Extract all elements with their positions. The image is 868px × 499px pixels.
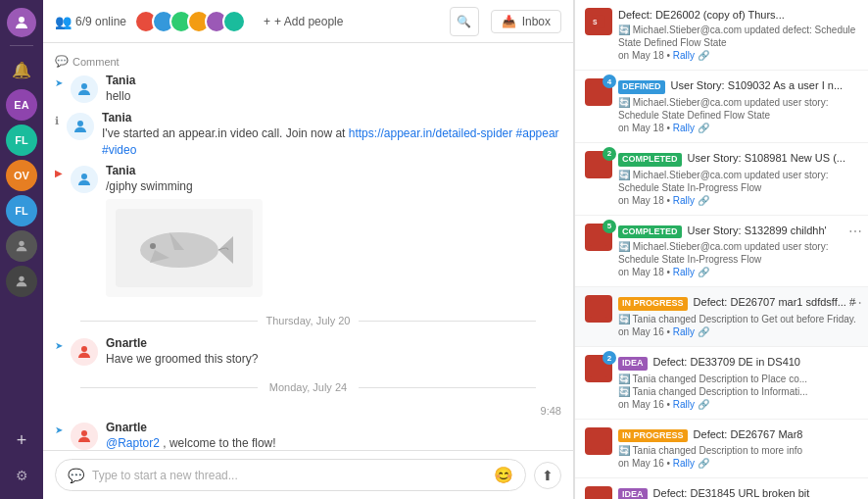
badge-completed-4: COMPLETED bbox=[618, 225, 682, 239]
search-button[interactable]: 🔍 bbox=[450, 7, 479, 36]
sidebar-item-user2[interactable] bbox=[6, 266, 37, 297]
comment-icon: 💬 bbox=[55, 55, 69, 68]
chat-panel: 👥 6/9 online + + Add people 🔍 📥 Inbox 💬 bbox=[43, 0, 574, 499]
settings-icon[interactable]: ⚙ bbox=[6, 460, 37, 491]
svg-rect-21 bbox=[590, 432, 607, 450]
chat-input-placeholder[interactable]: Type to start a new thread... bbox=[92, 469, 486, 482]
message-text-3: /giphy swimming bbox=[106, 178, 561, 195]
activity-item-1[interactable]: S Defect: DE26002 (copy of) Thurs... 🔄 M… bbox=[575, 0, 868, 71]
inbox-button[interactable]: 📥 Inbox bbox=[491, 10, 561, 33]
rally-link-2[interactable]: Rally 🔗 bbox=[673, 123, 709, 133]
giphy-icon: ▶ bbox=[55, 164, 63, 178]
sync-icon-4: 🔄 bbox=[618, 241, 630, 252]
rally-link-7[interactable]: Rally 🔗 bbox=[673, 458, 709, 469]
info-icon: ℹ bbox=[55, 111, 59, 127]
activity-item-2[interactable]: 4 DEFINED User Story: S109032 As a user … bbox=[575, 71, 868, 143]
activity-item-5[interactable]: IN PROGRESS Defect: DE26707 mar1 sdfdsff… bbox=[575, 287, 868, 347]
rally-link-6[interactable]: Rally 🔗 bbox=[673, 399, 709, 410]
message-author-4: Gnartle bbox=[106, 336, 561, 350]
message-author-2: Tania bbox=[102, 111, 561, 125]
sync-icon-2: 🔄 bbox=[618, 97, 630, 108]
activity-meta-7: 🔄 Tania changed Description to more info… bbox=[618, 444, 858, 470]
counter-badge-4: 5 bbox=[603, 220, 616, 233]
svg-rect-22 bbox=[590, 491, 607, 499]
message-text-4: Have we groomed this story? bbox=[106, 351, 561, 368]
date-2: on May 18 • bbox=[618, 123, 673, 133]
svg-point-0 bbox=[19, 17, 24, 23]
activity-content-3: COMPLETED User Story: S108981 New US (..… bbox=[618, 151, 858, 207]
sidebar-item-fl3[interactable]: FL bbox=[6, 195, 37, 226]
svg-point-12 bbox=[81, 346, 87, 352]
rally-link-1[interactable]: Rally 🔗 bbox=[673, 50, 709, 61]
svg-point-1 bbox=[19, 241, 24, 246]
svg-point-13 bbox=[81, 430, 87, 436]
hashtag-video: #video bbox=[102, 143, 136, 157]
activity-meta-3: 🔄 Michael.Stieber@ca.com updated user st… bbox=[618, 169, 858, 207]
activity-meta-4: 🔄 Michael.Stieber@ca.com updated user st… bbox=[618, 240, 858, 278]
tania-avatar bbox=[71, 75, 98, 103]
badge-idea-6: IDEA bbox=[618, 357, 648, 371]
activity-item-7[interactable]: IN PROGRESS Defect: DE26767 Mar8 🔄 Tania… bbox=[575, 420, 868, 479]
sync-icon-7: 🔄 bbox=[618, 445, 630, 456]
add-channel-icon[interactable]: + bbox=[6, 424, 37, 456]
activity-title-5: IN PROGRESS Defect: DE26707 mar1 sdfdsff… bbox=[618, 295, 858, 311]
sidebar-item-ea[interactable]: EA bbox=[6, 89, 37, 121]
badge-inprogress-5: IN PROGRESS bbox=[618, 297, 688, 311]
notifications-icon[interactable]: 🔔 bbox=[6, 54, 37, 85]
activity-icon-8 bbox=[585, 486, 612, 499]
more-options-button-5[interactable]: ⋯ bbox=[848, 295, 862, 311]
online-indicator: 👥 6/9 online bbox=[55, 14, 126, 29]
activity-item-8[interactable]: IDEA Defect: DE31845 URL broken bit 🔄 Ta… bbox=[575, 478, 868, 499]
activity-sidebar: S Defect: DE26002 (copy of) Thurs... 🔄 M… bbox=[574, 0, 868, 499]
sync-icon-6: 🔄 bbox=[618, 374, 630, 384]
date-divider-july24: Monday, July 24 bbox=[55, 374, 561, 401]
paperclip-icon: ⬆ bbox=[542, 468, 554, 483]
attach-button[interactable]: ⬆ bbox=[534, 462, 561, 489]
activity-icon-5 bbox=[585, 295, 612, 323]
rally-link-5[interactable]: Rally 🔗 bbox=[673, 326, 709, 337]
activity-item-4[interactable]: 5 COMPLETED User Story: S132899 childhh'… bbox=[575, 216, 868, 288]
badge-completed-3: COMPLETED bbox=[618, 153, 682, 167]
chat-input-container[interactable]: 💬 Type to start a new thread... 😊 bbox=[55, 459, 526, 491]
message-content-2: Tania I've started an appear.in video ca… bbox=[102, 111, 561, 159]
message-text-2: I've started an appear.in video call. Jo… bbox=[102, 125, 561, 159]
activity-title-6: IDEA Defect: DE33709 DE in DS410 bbox=[618, 355, 858, 371]
svg-text:S: S bbox=[593, 19, 598, 25]
more-options-button-4[interactable]: ⋯ bbox=[848, 224, 862, 239]
activity-content-7: IN PROGRESS Defect: DE26767 Mar8 🔄 Tania… bbox=[618, 427, 858, 471]
date-1: on May 18 • bbox=[618, 50, 673, 61]
activity-icon-7 bbox=[585, 427, 612, 455]
sidebar-item-ov[interactable]: OV bbox=[6, 160, 37, 191]
appear-link[interactable]: https://appear.in/detailed-spider bbox=[349, 126, 512, 140]
message-gnartle-groomed: ➤ Gnartle Have we groomed this story? bbox=[55, 336, 561, 368]
activity-item-3[interactable]: 2 COMPLETED User Story: S108981 New US (… bbox=[575, 143, 868, 216]
sidebar-divider bbox=[10, 45, 33, 46]
rally-link-3[interactable]: Rally 🔗 bbox=[673, 195, 709, 206]
date-5: on May 16 • bbox=[618, 326, 673, 337]
inbox-label: Inbox bbox=[522, 15, 551, 28]
rally-link-4[interactable]: Rally 🔗 bbox=[673, 267, 709, 277]
gnartle-avatar bbox=[71, 338, 98, 366]
sidebar-item-fl[interactable]: FL bbox=[6, 125, 37, 156]
activity-content-8: IDEA Defect: DE31845 URL broken bit 🔄 Ta… bbox=[618, 486, 858, 499]
arrow-icon-3: ➤ bbox=[55, 421, 63, 435]
workspace-avatar[interactable] bbox=[7, 8, 36, 37]
svg-point-4 bbox=[77, 121, 83, 126]
activity-icon-1: S bbox=[585, 8, 612, 35]
svg-point-3 bbox=[81, 83, 87, 89]
activity-meta-5: 🔄 Tania changed Description to Get out b… bbox=[618, 313, 858, 338]
hashtag-appear: #appear bbox=[516, 126, 559, 140]
activity-title-3: COMPLETED User Story: S108981 New US (..… bbox=[618, 151, 858, 167]
tania-avatar-3 bbox=[71, 166, 98, 193]
activity-title-8: IDEA Defect: DE31845 URL broken bit bbox=[618, 486, 858, 499]
emoji-button[interactable]: 😊 bbox=[494, 466, 513, 484]
add-people-button[interactable]: + + Add people bbox=[258, 11, 349, 32]
thread-icon: 💬 bbox=[68, 468, 84, 483]
inbox-icon: 📥 bbox=[502, 15, 516, 28]
sync-icon-5: 🔄 bbox=[618, 314, 630, 324]
online-count: 6/9 online bbox=[75, 15, 126, 28]
activity-item-6[interactable]: 2 IDEA Defect: DE33709 DE in DS410 🔄 Tan… bbox=[575, 347, 868, 420]
sidebar-item-user1[interactable] bbox=[6, 230, 37, 262]
gnartle-avatar-2 bbox=[71, 423, 98, 450]
message-tania-giphy: ▶ Tania /giphy swimming bbox=[55, 164, 561, 301]
